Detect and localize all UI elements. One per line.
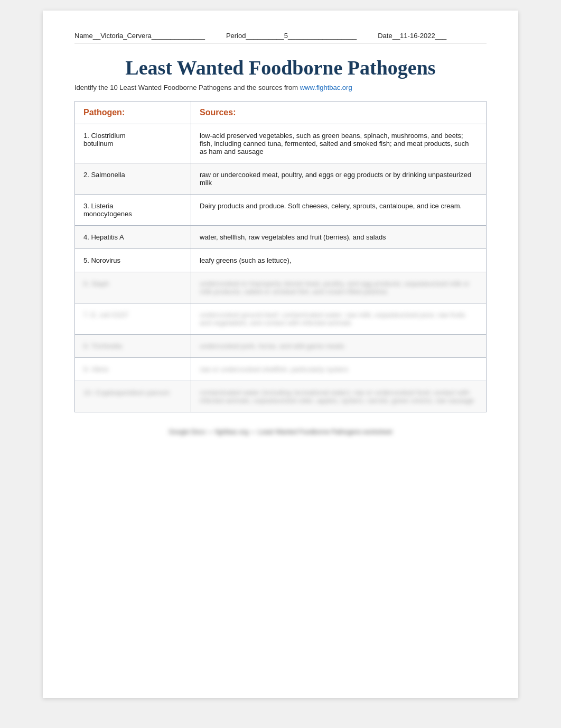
table-row-sources: raw or undercooked meat, poultry, and eg… xyxy=(191,163,487,195)
table-row-sources: undercooked ground beef; contaminated wa… xyxy=(191,303,487,335)
subtitle: Identify the 10 Least Wanted Foodborne P… xyxy=(74,84,487,91)
table-row-pathogen: 7. E. coli O157 xyxy=(75,303,191,335)
table-row-pathogen: 5. Norovirus xyxy=(75,249,191,272)
page: Name__Victoria_Cervera______________ Per… xyxy=(43,11,518,698)
table-row-pathogen: 4. Hepatitis A xyxy=(75,226,191,249)
name-field: Name__Victoria_Cervera______________ xyxy=(74,32,205,40)
table-row-sources: leafy greens (such as lettuce), xyxy=(191,249,487,272)
table-row-sources: raw or undercooked shellfish, particular… xyxy=(191,358,487,381)
date-field: Date__11-16-2022___ xyxy=(378,32,446,40)
footer-blur: Google Docs — fightbac.org — Least Wante… xyxy=(74,428,487,436)
table-row-pathogen: 8. Trichinella xyxy=(75,335,191,358)
pathogens-table: Pathogen: Sources: 1. Clostridium botuli… xyxy=(74,101,487,412)
period-field: Period__________5__________________ xyxy=(226,32,357,40)
header-info: Name__Victoria_Cervera______________ Per… xyxy=(74,32,487,43)
table-row-sources: undercooked pork, horse, and wild game m… xyxy=(191,335,487,358)
table-row-sources: water, shellfish, raw vegetables and fru… xyxy=(191,226,487,249)
col-header-pathogen: Pathogen: xyxy=(75,102,191,124)
table-row-sources: low-acid preserved vegetables, such as g… xyxy=(191,124,487,163)
table-row-sources: undercooked or improperly stored meat, p… xyxy=(191,272,487,303)
fightbac-link[interactable]: www.fightbac.org xyxy=(300,84,352,91)
table-row-pathogen: 9. Vibrio xyxy=(75,358,191,381)
table-row-pathogen: 3. Listeria monocytogenes xyxy=(75,195,191,226)
table-row-sources: Dairy products and produce. Soft cheeses… xyxy=(191,195,487,226)
table-row-pathogen: 1. Clostridium botulinum xyxy=(75,124,191,163)
page-title: Least Wanted Foodborne Pathogens xyxy=(74,56,487,79)
table-row-pathogen: 10. Cryptosporidium parvum xyxy=(75,381,191,412)
col-header-sources: Sources: xyxy=(191,102,487,124)
table-row-sources: contaminated water (including recreation… xyxy=(191,381,487,412)
table-row-pathogen: 2. Salmonella xyxy=(75,163,191,195)
table-row-pathogen: 6. Staph xyxy=(75,272,191,303)
